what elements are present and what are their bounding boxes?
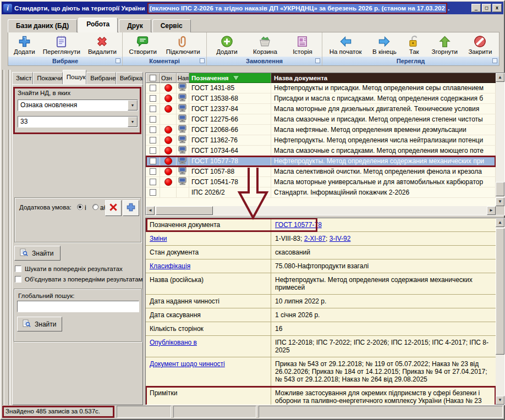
row-checkbox[interactable] <box>150 137 156 143</box>
doc-name-column-header[interactable]: Назва документа <box>271 73 496 83</box>
dialog-launcher-icon[interactable] <box>315 58 320 63</box>
scroll-left-button[interactable]: ◄ <box>146 206 155 215</box>
dialog-launcher-icon[interactable] <box>200 58 205 63</box>
minimize-button[interactable]: _ <box>471 4 481 12</box>
scrollbar-thumb[interactable] <box>156 206 213 215</box>
scroll-down-button[interactable]: ▼ <box>496 396 504 405</box>
global-find-button[interactable]: Знайти <box>17 317 62 331</box>
availability-column-header[interactable]: Ная <box>177 73 189 83</box>
toolbar-button[interactable]: Згорнути <box>431 34 459 56</box>
toolbar-button[interactable]: Додати <box>215 34 239 56</box>
table-row[interactable]: ГОСТ 12337-84Масла моторные для дизельны… <box>146 104 496 114</box>
detail-value-link[interactable]: ГОСТ 10577-78 <box>275 221 322 229</box>
checkbox-icon[interactable] <box>150 75 156 81</box>
table-row[interactable]: ГОСТ 10577-78Нефтепродукты. Метод опреде… <box>146 156 496 167</box>
sidebar-tab[interactable]: Покажчи <box>33 72 63 84</box>
detail-label: Дата надання чинності <box>146 295 271 308</box>
table-row[interactable]: ГОСТ 12275-66Масла смазочные и присадки.… <box>146 114 496 125</box>
menu-tab[interactable]: Сервіс <box>152 19 191 32</box>
scroll-down-button[interactable]: ▼ <box>496 197 504 206</box>
detail-label-link[interactable]: Опубліковано в <box>146 336 271 357</box>
view-notes-icon <box>54 35 68 48</box>
row-checkbox[interactable] <box>150 158 156 164</box>
sidebar-tab[interactable]: Вибране <box>86 72 116 84</box>
row-checkbox[interactable] <box>150 85 156 91</box>
global-search-input[interactable] <box>17 301 139 312</box>
detail-value-link[interactable]: 2-XI-87 <box>304 235 326 242</box>
checkbox-icon[interactable] <box>15 266 21 272</box>
detail-label-link[interactable]: Зміни <box>146 232 271 245</box>
menu-tab[interactable]: Робота <box>78 18 118 32</box>
toolbar-button[interactable]: Підключити <box>165 34 201 56</box>
detail-label-link[interactable]: Класифікація <box>146 259 271 273</box>
row-checkbox[interactable] <box>150 147 156 154</box>
merge-previous-option[interactable]: Об'єднувати з попередніми результатами <box>15 275 142 283</box>
toolbar-button[interactable]: Корзина <box>252 34 278 56</box>
add-condition-button[interactable] <box>123 200 139 216</box>
table-row[interactable]: ГОСТ 10734-64Масла смазочные с присадкам… <box>146 146 496 156</box>
detail-row: Зміни1-VIII-83; 2-XI-87; 3-IV-92 <box>146 232 496 246</box>
menu-tab[interactable]: Бази даних (БД) <box>8 19 77 32</box>
radio-or[interactable] <box>92 204 98 210</box>
table-row[interactable]: ГОСТ 13538-68Присадки и масла с присадка… <box>146 93 496 104</box>
sidebar-tab[interactable]: Пошук <box>63 70 87 84</box>
detail-value-text: 10 липня 2022 р. <box>275 297 326 305</box>
mark-column-header[interactable]: Озн <box>160 73 177 83</box>
designation-cell: ІПС 2026/2 <box>189 187 271 197</box>
row-checkbox[interactable] <box>150 179 156 185</box>
find-button[interactable]: Знайти <box>14 246 61 261</box>
toolbar-button[interactable]: Видалити <box>87 34 118 56</box>
vertical-scrollbar[interactable]: ▲ ▼ <box>496 218 504 405</box>
scrollbar-thumb[interactable] <box>496 182 504 196</box>
toolbar-button[interactable]: Так <box>406 34 422 56</box>
table-row[interactable]: ГОСТ 1057-88Масла селективной очистки. М… <box>146 167 496 177</box>
scroll-up-button[interactable]: ▲ <box>496 73 504 82</box>
dialog-launcher-icon[interactable] <box>116 58 120 63</box>
sidebar-tab[interactable]: Зміст <box>12 72 33 84</box>
toolbar-button[interactable]: Історія <box>292 34 314 56</box>
table-row[interactable]: ГОСТ 11362-76Нефтепродукты. Метод опреде… <box>146 135 496 146</box>
close-button[interactable]: x <box>492 4 502 12</box>
update-mark-icon <box>164 105 172 113</box>
search-previous-option[interactable]: Шукати в попередніх результатах <box>15 264 142 273</box>
dialog-launcher-icon[interactable] <box>492 58 497 63</box>
designation-cell: ГОСТ 10541-78 <box>189 177 271 187</box>
toolbar-button[interactable]: На початок <box>328 34 363 56</box>
scroll-right-button[interactable]: ► <box>487 206 496 215</box>
scroll-up-button[interactable]: ▲ <box>496 218 504 227</box>
maximize-button[interactable]: □ <box>482 4 491 12</box>
row-checkbox[interactable] <box>150 189 156 196</box>
toolbar-button[interactable]: Створити <box>128 34 157 56</box>
row-checkbox[interactable] <box>150 116 156 123</box>
detail-label-link[interactable]: Документ щодо чинності <box>146 357 271 386</box>
select-all-header[interactable] <box>146 73 160 83</box>
table-row[interactable]: ГОСТ 12068-66Масла нефтяные. Метод опред… <box>146 125 496 135</box>
table-row[interactable]: ГОСТ 1431-85Нефтепродукты и присадки. Ме… <box>146 83 496 93</box>
toolbar-button[interactable]: Додати <box>13 34 36 56</box>
row-checkbox[interactable] <box>150 126 156 133</box>
row-checkbox[interactable] <box>150 168 156 175</box>
radio-and[interactable] <box>77 204 83 210</box>
designation-column-header[interactable]: Позначення <box>189 73 271 83</box>
detail-value: 75.080-Нафтопродукти взагалі <box>271 259 496 273</box>
checkbox-icon[interactable] <box>15 276 21 283</box>
toolbar-button[interactable]: Переглянути <box>42 34 81 56</box>
menu-tab[interactable]: Друк <box>119 19 151 32</box>
row-checkbox[interactable] <box>150 106 156 112</box>
toolbar-button[interactable]: В кінець <box>371 34 398 56</box>
doc-table-body: ГОСТ 1431-85Нефтепродукты и присадки. Ме… <box>146 83 496 206</box>
row-checkbox[interactable] <box>150 95 156 102</box>
delete-condition-button[interactable] <box>105 200 122 216</box>
sidebar-tab[interactable]: Вибірка <box>116 72 143 84</box>
find-button-label: Знайти <box>32 250 53 257</box>
collapsed-splitter[interactable] <box>2 70 10 405</box>
scrollbar-thumb[interactable] <box>496 228 504 355</box>
extra-condition-groupbox: Додаткова умова: і або <box>14 197 141 242</box>
table-row[interactable]: ІПС 2026/2Стандарти. Інформаційний покаж… <box>146 187 496 198</box>
detail-value-link[interactable]: 3-IV-92 <box>330 235 351 242</box>
delete-x-icon <box>95 35 109 48</box>
horizontal-scrollbar[interactable]: ◄ ► <box>146 206 496 215</box>
vertical-scrollbar[interactable]: ▲ ▼ <box>496 73 504 206</box>
table-row[interactable]: ГОСТ 10541-78Масла моторные универсальны… <box>146 177 496 187</box>
toolbar-button[interactable]: Закрити <box>467 34 493 56</box>
